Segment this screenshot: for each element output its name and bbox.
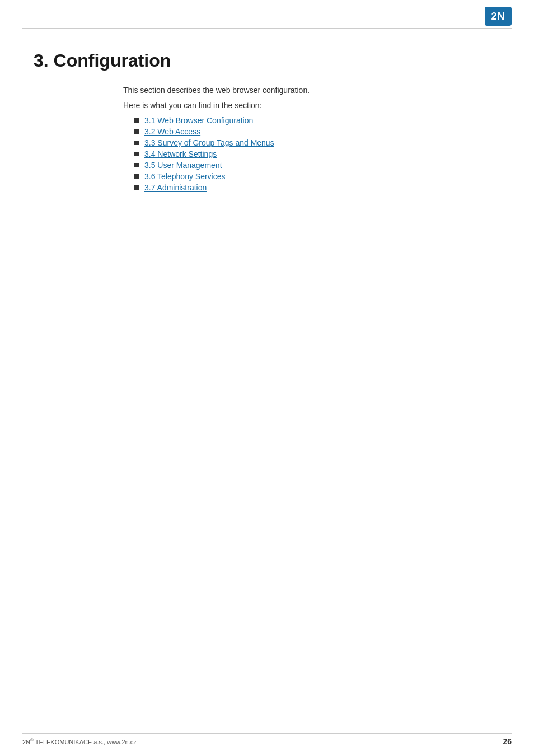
footer-company: 2N® TELEKOMUNIKACE a.s., www.2n.cz [22, 738, 137, 745]
bottom-border [22, 733, 512, 734]
main-content: 3. Configuration This section describes … [34, 39, 500, 194]
list-item: 3.6 Telephony Services [134, 172, 500, 181]
bullet-icon [134, 163, 139, 167]
bullet-icon [134, 118, 139, 123]
footer: 2N® TELEKOMUNIKACE a.s., www.2n.cz 26 [22, 737, 512, 746]
chapter-title: 3. Configuration [34, 50, 500, 71]
logo: 2N [485, 7, 512, 26]
footer-page-number: 26 [503, 737, 512, 746]
bullet-icon [134, 141, 139, 145]
toc-link-3-5[interactable]: 3.5 User Management [144, 161, 222, 170]
bullet-icon [134, 152, 139, 156]
list-item: 3.1 Web Browser Configuration [134, 116, 500, 125]
footer-brand: 2N® TELEKOMUNIKACE a.s., www.2n.cz [22, 739, 137, 745]
toc-link-3-7[interactable]: 3.7 Administration [144, 183, 207, 192]
intro-line1: This section describes the web browser c… [123, 85, 500, 96]
logo-text: 2N [491, 11, 505, 22]
top-border [22, 28, 512, 29]
list-item: 3.3 Survey of Group Tags and Menus [134, 138, 500, 147]
toc-link-3-4[interactable]: 3.4 Network Settings [144, 150, 217, 158]
toc-list: 3.1 Web Browser Configuration 3.2 Web Ac… [134, 116, 500, 192]
list-item: 3.2 Web Access [134, 127, 500, 136]
toc-link-3-6[interactable]: 3.6 Telephony Services [144, 172, 226, 181]
bullet-icon [134, 185, 139, 190]
list-item: 3.7 Administration [134, 183, 500, 192]
toc-link-3-1[interactable]: 3.1 Web Browser Configuration [144, 116, 253, 125]
list-item: 3.4 Network Settings [134, 150, 500, 158]
intro-line2: Here is what you can find in the section… [123, 100, 500, 111]
toc-link-3-2[interactable]: 3.2 Web Access [144, 127, 200, 136]
logo-container: 2N [485, 7, 512, 26]
bullet-icon [134, 174, 139, 179]
bullet-icon [134, 129, 139, 134]
list-item: 3.5 User Management [134, 161, 500, 170]
page: 2N 3. Configuration This section describ… [0, 0, 534, 756]
toc-link-3-3[interactable]: 3.3 Survey of Group Tags and Menus [144, 138, 274, 147]
